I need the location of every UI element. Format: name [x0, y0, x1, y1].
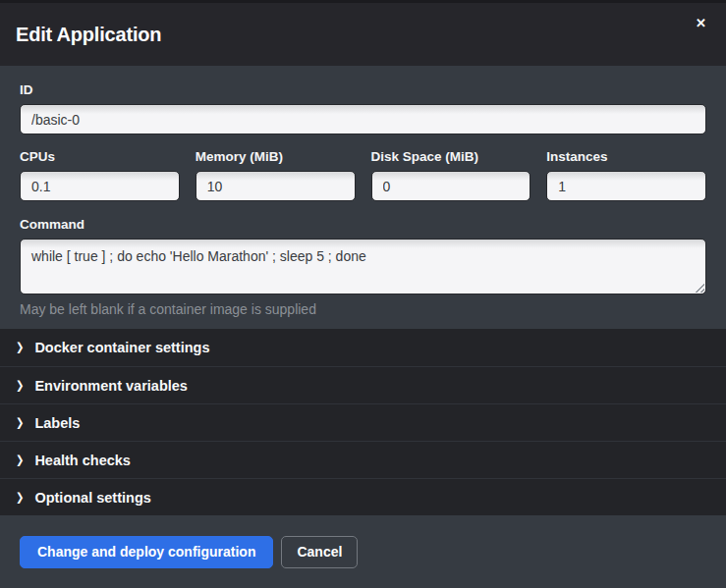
cpus-input[interactable] — [20, 171, 180, 201]
disk-label: Disk Space (MiB) — [371, 149, 531, 164]
memory-input[interactable] — [195, 171, 356, 201]
command-label: Command — [20, 217, 706, 232]
resources-row: CPUs Memory (MiB) Disk Space (MiB) Insta… — [20, 149, 706, 201]
id-label: ID — [20, 82, 706, 97]
section-label: Environment variables — [34, 378, 188, 394]
command-helper-text: May be left blank if a container image i… — [20, 301, 706, 317]
section-label: Docker container settings — [34, 340, 209, 355]
edit-application-modal: Edit Application ✕ ID CPUs Memory (MiB) … — [0, 3, 726, 588]
chevron-right-icon: ❯ — [16, 454, 24, 466]
id-input[interactable] — [20, 104, 706, 134]
cpus-field-group: CPUs — [20, 149, 180, 201]
instances-input[interactable] — [546, 171, 706, 201]
modal-header: Edit Application ✕ — [0, 3, 726, 66]
section-label: Labels — [34, 415, 80, 431]
id-field-group: ID — [20, 82, 706, 134]
close-icon[interactable]: ✕ — [692, 13, 710, 33]
section-environment-variables[interactable]: ❯ Environment variables — [0, 366, 726, 403]
modal-title: Edit Application — [16, 24, 161, 46]
memory-label: Memory (MiB) — [195, 149, 356, 164]
section-health-checks[interactable]: ❯ Health checks — [0, 441, 726, 478]
instances-field-group: Instances — [546, 149, 706, 201]
memory-field-group: Memory (MiB) — [195, 149, 356, 201]
chevron-right-icon: ❯ — [16, 492, 24, 504]
chevron-right-icon: ❯ — [16, 342, 24, 353]
cancel-button[interactable]: Cancel — [281, 536, 358, 568]
chevron-right-icon: ❯ — [16, 380, 24, 392]
disk-input[interactable] — [371, 171, 531, 201]
section-optional-settings[interactable]: ❯ Optional settings — [0, 478, 726, 515]
section-labels[interactable]: ❯ Labels — [0, 403, 726, 441]
section-docker-container-settings[interactable]: ❯ Docker container settings — [0, 329, 726, 366]
cpus-label: CPUs — [20, 149, 180, 164]
modal-footer: Change and deploy configuration Cancel — [0, 515, 726, 588]
disk-field-group: Disk Space (MiB) — [371, 149, 531, 201]
command-textarea[interactable]: while [ true ] ; do echo 'Hello Marathon… — [20, 239, 706, 294]
instances-label: Instances — [546, 149, 706, 164]
application-form: ID CPUs Memory (MiB) Disk Space (MiB) In… — [0, 66, 726, 329]
command-field-group: Command while [ true ] ; do echo 'Hello … — [20, 217, 706, 317]
chevron-right-icon: ❯ — [16, 417, 24, 429]
section-label: Optional settings — [34, 490, 150, 506]
change-and-deploy-button[interactable]: Change and deploy configuration — [20, 536, 273, 568]
section-label: Health checks — [34, 453, 131, 468]
collapsible-sections: ❯ Docker container settings ❯ Environmen… — [0, 329, 726, 515]
